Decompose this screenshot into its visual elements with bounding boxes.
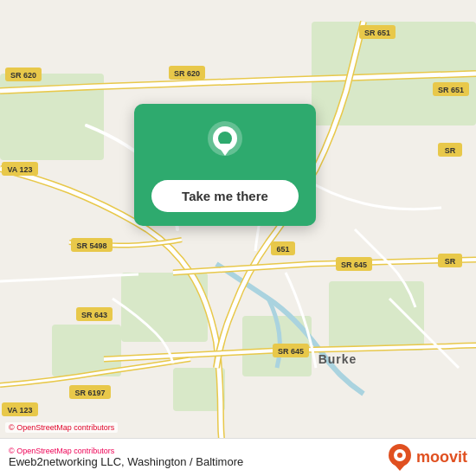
svg-point-43 bbox=[397, 453, 402, 458]
map-roads: SR 620 SR 620 SR 651 SR 651 VA 123 651 S… bbox=[0, 0, 476, 476]
moovit-icon bbox=[387, 443, 413, 473]
map-container: SR 620 SR 620 SR 651 SR 651 VA 123 651 S… bbox=[0, 0, 476, 476]
svg-marker-44 bbox=[394, 464, 406, 471]
svg-text:SR 620: SR 620 bbox=[10, 71, 36, 80]
svg-text:SR 6197: SR 6197 bbox=[74, 389, 105, 397]
svg-text:SR: SR bbox=[445, 257, 456, 266]
svg-text:VA 123: VA 123 bbox=[7, 406, 32, 415]
location-pin-icon bbox=[204, 119, 246, 168]
moovit-text: moovit bbox=[416, 448, 467, 466]
svg-text:SR 651: SR 651 bbox=[438, 86, 464, 94]
svg-text:Burke: Burke bbox=[318, 352, 357, 366]
svg-text:SR 645: SR 645 bbox=[278, 347, 304, 356]
svg-text:SR 651: SR 651 bbox=[364, 29, 390, 37]
bottom-bar: © OpenStreetMap contributors Eweb2networ… bbox=[0, 438, 476, 476]
moovit-logo[interactable]: moovit bbox=[387, 443, 467, 473]
svg-text:VA 123: VA 123 bbox=[7, 165, 32, 174]
svg-text:SR 643: SR 643 bbox=[81, 311, 107, 319]
bottom-left: © OpenStreetMap contributors Eweb2networ… bbox=[9, 447, 243, 468]
osm-credit: © OpenStreetMap contributors bbox=[5, 422, 118, 433]
location-icon-wrap bbox=[204, 119, 246, 171]
card-overlay: Take me there bbox=[134, 104, 316, 226]
copyright-text: © OpenStreetMap contributors bbox=[9, 447, 243, 455]
svg-text:SR: SR bbox=[445, 146, 456, 155]
svg-text:SR 620: SR 620 bbox=[174, 69, 200, 78]
svg-text:651: 651 bbox=[276, 245, 289, 254]
svg-text:SR 645: SR 645 bbox=[341, 261, 367, 269]
svg-text:SR 5498: SR 5498 bbox=[76, 241, 106, 250]
location-label: Eweb2networking LLC, Washington / Baltim… bbox=[9, 455, 243, 468]
svg-point-39 bbox=[218, 132, 232, 145]
take-me-there-button[interactable]: Take me there bbox=[151, 180, 299, 212]
